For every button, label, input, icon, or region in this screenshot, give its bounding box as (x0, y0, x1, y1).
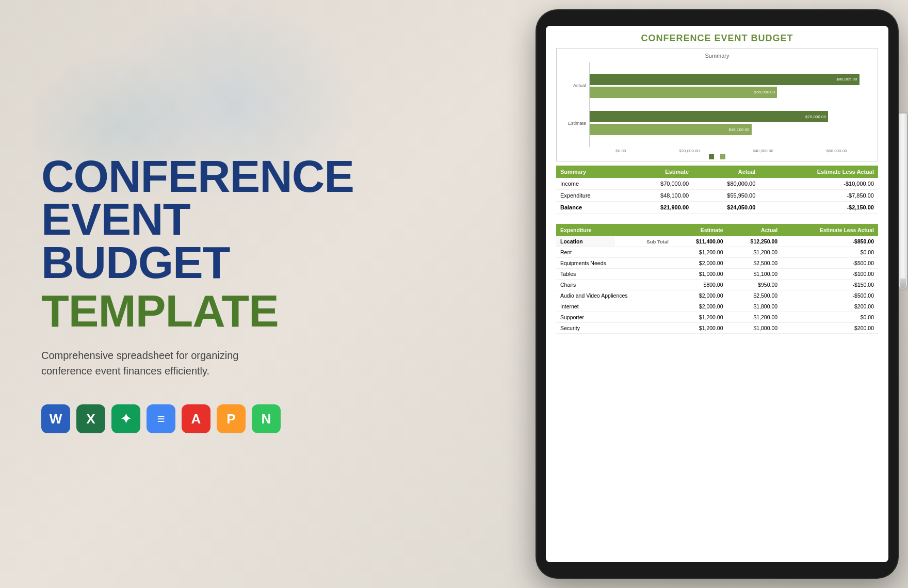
exp-chairs-actual: $950.00 (727, 280, 782, 290)
app-icon-word[interactable]: W (41, 404, 70, 433)
exp-location-diff: -$850.00 (782, 236, 878, 247)
exp-header-estimate: Estimate (673, 224, 727, 236)
table-row: Rent $1,200.00 $1,200.00 $0.00 (556, 247, 878, 258)
summary-diff-exp: -$7,850.00 (759, 190, 878, 202)
exp-rent-label: Rent (556, 247, 673, 258)
exp-internet-estimate: $2,000.00 (673, 301, 727, 312)
exp-security-actual: $1,000.00 (727, 323, 782, 334)
table-row: Balance $21,900.00 $24,050.00 -$2,150.00 (556, 202, 878, 214)
summary-actual-income: $80,000.00 (693, 178, 759, 190)
legend-exp-box (720, 154, 725, 159)
exp-header-label: Expenditure (556, 224, 673, 236)
exp-av-estimate: $2,000.00 (673, 290, 727, 301)
summary-label-income: Income (556, 178, 626, 190)
chart-bar-group-actual: $80,005.00 $55,950.00 (590, 74, 873, 98)
legend-expenditure (720, 154, 725, 159)
tablet-frame: CONFERENCE EVENT BUDGET Summary Actual E… (537, 10, 898, 578)
legend-income (709, 154, 714, 159)
exp-security-diff: $200.00 (782, 323, 878, 334)
summary-actual-balance: $24,050.00 (693, 202, 759, 214)
exp-security-label: Security (556, 323, 673, 334)
sheets-icon-letter: ✦ (120, 411, 132, 427)
pdf-icon-letter: A (191, 411, 201, 427)
description: Comprehensive spreadsheet for organizing… (41, 348, 273, 379)
chart-bar-est-income-label: $70,000.00 (805, 115, 826, 119)
table-row: Expenditure $48,100.00 $55,950.00 -$7,85… (556, 190, 878, 202)
table-row: Security $1,200.00 $1,000.00 $200.00 (556, 323, 878, 334)
exp-internet-actual: $1,800.00 (727, 301, 782, 312)
app-icon-docs[interactable]: ≡ (147, 404, 175, 433)
exp-internet-label: Internet (556, 301, 673, 312)
chart-label-actual: Actual (561, 83, 586, 88)
spreadsheet: CONFERENCE EVENT BUDGET Summary Actual E… (546, 26, 888, 562)
app-icon-numbers[interactable]: N (252, 404, 281, 433)
spreadsheet-title: CONFERENCE EVENT BUDGET (546, 26, 888, 48)
chart-bar-actual-exp-label: $55,950.00 (754, 90, 775, 94)
app-icon-pages[interactable]: P (217, 404, 246, 433)
stylus-pencil (899, 113, 907, 289)
exp-supporter-estimate: $1,200.00 (673, 312, 727, 323)
chart-bar-actual-income: $80,005.00 (590, 74, 860, 85)
chart-bar-est-exp: $48,100.00 (590, 124, 752, 135)
x-label-40k: $40,000.00 (753, 149, 773, 153)
table-row: Audio and Video Appliences $2,000.00 $2,… (556, 290, 878, 301)
exp-equip-actual: $2,500.00 (727, 258, 782, 269)
exp-location-actual: $12,250.00 (727, 236, 782, 247)
chart-x-labels: $0.00 $20,000.00 $40,000.00 $60,000.00 (561, 147, 873, 153)
app-icon-pdf[interactable]: A (182, 404, 210, 433)
chart-bar-actual-exp: $55,950.00 (590, 87, 777, 98)
chart-bar-est-exp-label: $48,100.00 (728, 127, 749, 132)
table-row: Income $70,000.00 $80,000.00 -$10,000.00 (556, 178, 878, 190)
expenditure-header-row: Expenditure Estimate Actual Estimate Les… (556, 224, 878, 236)
chart-bar-actual-income-label: $80,005.00 (836, 77, 857, 81)
summary-est-income: $70,000.00 (626, 178, 693, 190)
legend-income-box (709, 154, 714, 159)
summary-actual-exp: $55,950.00 (693, 190, 759, 202)
exp-equip-estimate: $2,000.00 (673, 258, 727, 269)
word-icon-letter: W (50, 411, 62, 427)
tablet-container: CONFERENCE EVENT BUDGET Summary Actual E… (537, 10, 898, 578)
x-label-60k: $60,000.00 (826, 149, 847, 153)
chart-bar-row-est-1: $70,000.00 (590, 111, 873, 122)
tablet-screen: CONFERENCE EVENT BUDGET Summary Actual E… (546, 26, 888, 562)
app-icon-sheets[interactable]: ✦ (111, 404, 140, 433)
summary-diff-income: -$10,000.00 (759, 178, 878, 190)
summary-label-exp: Expenditure (556, 190, 626, 202)
exp-location-subtotal: Sub Total (615, 236, 673, 247)
spacer (546, 216, 888, 220)
exp-rent-estimate: $1,200.00 (673, 247, 727, 258)
summary-header-estimate: Estimate (626, 166, 693, 178)
chart-bar-est-income: $70,000.00 (590, 111, 828, 122)
exp-header-diff: Estimate Less Actual (782, 224, 878, 236)
exp-av-label: Audio and Video Appliences (556, 290, 673, 301)
exp-equip-label: Equipments Needs (556, 258, 673, 269)
exp-chairs-diff: -$150.00 (782, 280, 878, 290)
app-icons-row: W X ✦ ≡ A P N (41, 404, 289, 433)
excel-icon-letter: X (86, 411, 95, 427)
app-icon-excel[interactable]: X (76, 404, 105, 433)
summary-header-actual: Actual (693, 166, 759, 178)
main-title: CONFERENCE EVENT BUDGET (41, 155, 289, 284)
pages-icon-letter: P (226, 411, 235, 427)
exp-tables-estimate: $1,000.00 (673, 269, 727, 280)
summary-est-balance: $21,900.00 (626, 202, 693, 214)
exp-location-label: Location (556, 236, 615, 247)
chart-bar-row-est-2: $48,100.00 (590, 124, 873, 135)
exp-rent-actual: $1,200.00 (727, 247, 782, 258)
exp-rent-diff: $0.00 (782, 247, 878, 258)
exp-av-diff: -$500.00 (782, 290, 878, 301)
summary-table: Summary Estimate Actual Estimate Less Ac… (556, 166, 878, 214)
left-panel: CONFERENCE EVENT BUDGET TEMPLATE Compreh… (0, 0, 320, 588)
chart-legend (561, 154, 873, 159)
chart-bars-area: $80,005.00 $55,950.00 (589, 62, 873, 147)
table-row: Tables $1,000.00 $1,100.00 -$100.00 (556, 269, 878, 280)
exp-chairs-estimate: $800.00 (673, 280, 727, 290)
exp-location-estimate: $11,400.00 (673, 236, 727, 247)
exp-supporter-label: Supporter (556, 312, 673, 323)
chart-bar-row-actual-1: $80,005.00 (590, 74, 873, 85)
exp-security-estimate: $1,200.00 (673, 323, 727, 334)
x-label-20k: $20,000.00 (679, 149, 700, 153)
summary-label-balance: Balance (556, 202, 626, 214)
subtitle: TEMPLATE (41, 289, 289, 333)
table-row: Chairs $800.00 $950.00 -$150.00 (556, 280, 878, 290)
